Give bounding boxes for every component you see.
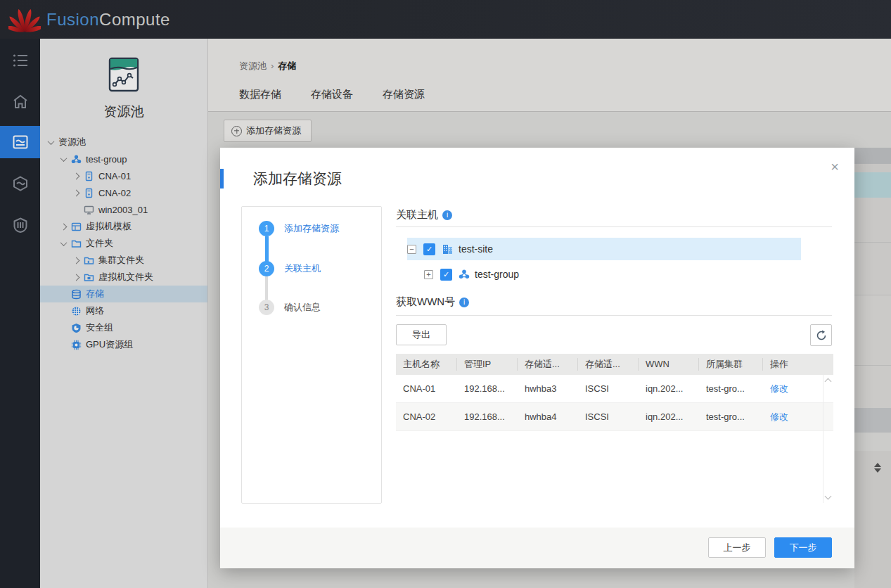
collapse-expander-icon[interactable]: − [407,245,416,254]
cluster-icon [459,269,470,280]
col-adapter-type[interactable]: 存储适... [578,358,639,371]
cell-adapter-type: ISCSI [578,383,639,394]
expand-expander-icon[interactable]: + [424,270,433,279]
info-icon[interactable]: i [459,298,469,307]
refresh-icon [816,330,827,341]
cell-host-name: CNA-02 [396,411,457,422]
wwn-table: 主机名称 管理IP 存储适... 存储适... WWN 所属集群 操作 CNA-… [396,354,833,431]
wwn-section-title: 获取WWN号 i [396,295,469,309]
previous-step-button[interactable]: 上一步 [708,537,766,558]
title-accent-bar [220,169,224,188]
export-button[interactable]: 导出 [396,324,447,345]
site-label: test-site [459,243,493,255]
dialog-footer: 上一步 下一步 [220,528,854,568]
checkbox-checked-icon[interactable]: ✓ [440,269,452,281]
cell-host-name: CNA-01 [396,383,457,394]
wizard-step-2[interactable]: 2 关联主机 [259,261,321,276]
step-1-label: 添加存储资源 [284,222,339,235]
section-divider [396,226,832,227]
col-adapter-name[interactable]: 存储适... [518,358,578,371]
info-icon[interactable]: i [442,210,452,220]
cell-cluster: test-gro... [699,411,763,422]
host-section-label: 关联主机 [396,208,438,222]
step-2-badge: 2 [259,261,274,276]
checkbox-checked-icon[interactable]: ✓ [423,243,435,255]
refresh-button[interactable] [810,324,832,346]
cell-wwn: iqn.202... [639,383,699,394]
step-3-label: 确认信息 [284,301,321,314]
host-tree-row-group[interactable]: + ✓ test-group [424,263,818,286]
close-icon[interactable]: × [831,160,839,174]
modify-link[interactable]: 修改 [763,383,823,395]
table-row[interactable]: CNA-02 192.168... hwhba4 ISCSI iqn.202..… [396,403,833,431]
step-3-badge: 3 [259,300,274,315]
col-mgmt-ip[interactable]: 管理IP [457,358,518,371]
step-2-label: 关联主机 [284,262,321,275]
host-tree-row-site[interactable]: − ✓ test-site [407,238,801,260]
scroll-down-icon[interactable] [825,493,832,500]
cell-mgmt-ip: 192.168... [457,383,518,394]
col-wwn[interactable]: WWN [639,358,699,371]
dialog-title: 添加存储资源 [253,169,342,188]
add-storage-resource-dialog: 添加存储资源 × 1 添加存储资源 2 关联主机 3 确认信息 关联主机 i [220,148,854,568]
wwn-section-label: 获取WWN号 [396,295,455,309]
fusioncompute-app: FusionCompute [0,0,891,588]
table-row[interactable]: CNA-01 192.168... hwhba3 ISCSI iqn.202..… [396,375,833,403]
cell-adapter-name: hwhba4 [518,411,578,422]
wizard-steps-panel: 1 添加存储资源 2 关联主机 3 确认信息 [241,206,382,504]
col-cluster[interactable]: 所属集群 [699,358,763,371]
wizard-step-3[interactable]: 3 确认信息 [259,300,321,315]
col-operation[interactable]: 操作 [763,358,823,371]
scroll-up-icon[interactable] [825,378,832,385]
wizard-step-1[interactable]: 1 添加存储资源 [259,221,339,236]
cell-adapter-name: hwhba3 [518,383,578,394]
col-host-name[interactable]: 主机名称 [396,358,457,371]
step-1-badge: 1 [259,221,274,236]
group-label: test-group [475,269,519,280]
site-building-icon [442,243,454,255]
wwn-table-header: 主机名称 管理IP 存储适... 存储适... WWN 所属集群 操作 [396,354,833,375]
section-divider [396,315,832,316]
cell-mgmt-ip: 192.168... [457,411,518,422]
table-scrollbar[interactable] [823,375,833,503]
cell-cluster: test-gro... [699,383,763,394]
cell-wwn: iqn.202... [639,411,699,422]
modify-link[interactable]: 修改 [763,411,823,423]
host-section-title: 关联主机 i [396,208,452,222]
next-step-button[interactable]: 下一步 [774,537,832,558]
cell-adapter-type: ISCSI [578,411,639,422]
